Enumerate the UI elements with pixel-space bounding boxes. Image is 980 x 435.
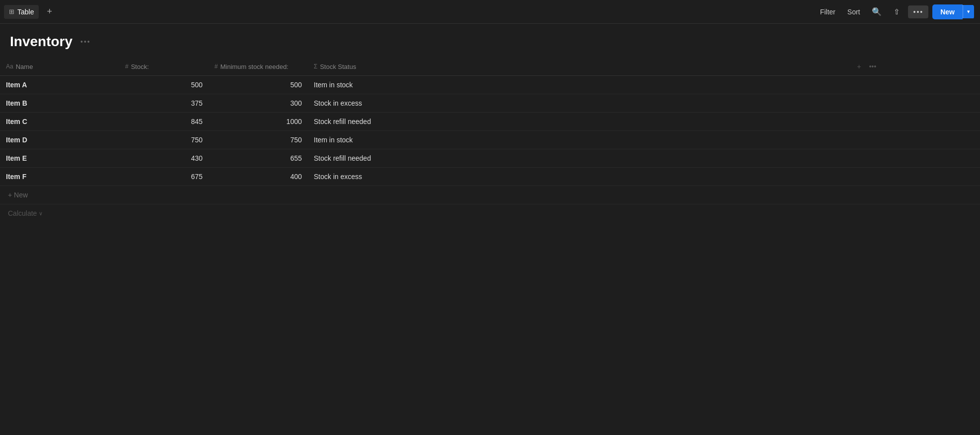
- new-button[interactable]: New: [932, 4, 963, 19]
- cell-name: Item C: [0, 113, 119, 131]
- filter-button[interactable]: Filter: [816, 5, 840, 18]
- cell-empty: [848, 76, 980, 94]
- calculate-label: Calculate: [8, 209, 37, 217]
- stock-type-icon: #: [125, 63, 129, 70]
- table-row[interactable]: Item A500500Item in stock: [0, 76, 980, 94]
- col-name-label: Name: [16, 63, 33, 70]
- add-row-button[interactable]: + New: [0, 186, 980, 204]
- col-header-stock[interactable]: # Stock:: [119, 58, 209, 76]
- cell-name: Item D: [0, 131, 119, 149]
- top-bar-right: Filter Sort 🔍 ⇧ ••• New ▾: [816, 4, 974, 19]
- cell-min-stock: 500: [209, 76, 308, 94]
- table-row[interactable]: Item B375300Stock in excess: [0, 94, 980, 113]
- page-title-row: Inventory •••: [10, 34, 970, 50]
- cell-status: Stock in excess: [308, 94, 848, 113]
- sort-label: Sort: [847, 8, 860, 16]
- cell-stock: 500: [119, 76, 209, 94]
- table-header-row: Aa Name # Stock: # Minimum stock needed:: [0, 58, 980, 76]
- top-bar-left: ⊞ Table +: [4, 4, 56, 19]
- cell-status: Item in stock: [308, 131, 848, 149]
- filter-label: Filter: [820, 8, 836, 16]
- page-header: Inventory •••: [0, 24, 980, 54]
- column-more-button[interactable]: •••: [866, 62, 879, 71]
- table-icon: ⊞: [9, 8, 14, 15]
- new-button-group: New ▾: [932, 4, 974, 19]
- cell-status: Stock in excess: [308, 168, 848, 186]
- new-dropdown-button[interactable]: ▾: [963, 5, 974, 18]
- cell-stock: 375: [119, 94, 209, 113]
- col-stock-label: Stock:: [131, 63, 149, 70]
- table-row[interactable]: Item C8451000Stock refill needed: [0, 113, 980, 131]
- table-tab[interactable]: ⊞ Table: [4, 5, 39, 19]
- top-bar: ⊞ Table + Filter Sort 🔍 ⇧ ••• New ▾: [0, 0, 980, 24]
- table-row[interactable]: Item F675400Stock in excess: [0, 168, 980, 186]
- inventory-table: Aa Name # Stock: # Minimum stock needed:: [0, 58, 980, 186]
- col-min-stock-label: Minimum stock needed:: [220, 63, 288, 70]
- cell-name: Item E: [0, 149, 119, 168]
- cell-min-stock: 300: [209, 94, 308, 113]
- cell-min-stock: 400: [209, 168, 308, 186]
- name-type-icon: Aa: [6, 63, 13, 70]
- table-tab-label: Table: [17, 8, 34, 16]
- cell-name: Item F: [0, 168, 119, 186]
- title-more-button[interactable]: •••: [77, 36, 94, 48]
- more-options-button[interactable]: •••: [908, 5, 928, 18]
- min-stock-type-icon: #: [214, 63, 218, 70]
- add-column-button[interactable]: +: [854, 62, 863, 71]
- cell-stock: 845: [119, 113, 209, 131]
- cell-empty: [848, 149, 980, 168]
- col-status-label: Stock Status: [320, 63, 356, 70]
- col-header-status[interactable]: Σ Stock Status: [308, 58, 848, 76]
- share-icon: ⇧: [894, 7, 900, 16]
- cell-empty: [848, 113, 980, 131]
- col-header-actions: + •••: [848, 58, 980, 76]
- table-body: Item A500500Item in stockItem B375300Sto…: [0, 76, 980, 186]
- search-button[interactable]: 🔍: [868, 4, 886, 19]
- cell-min-stock: 1000: [209, 113, 308, 131]
- cell-stock: 750: [119, 131, 209, 149]
- sort-button[interactable]: Sort: [843, 5, 864, 18]
- calculate-chevron-icon: ∨: [39, 210, 43, 217]
- status-type-icon: Σ: [314, 63, 317, 70]
- cell-empty: [848, 94, 980, 113]
- table-row[interactable]: Item D750750Item in stock: [0, 131, 980, 149]
- cell-status: Stock refill needed: [308, 149, 848, 168]
- cell-name: Item B: [0, 94, 119, 113]
- cell-status: Stock refill needed: [308, 113, 848, 131]
- page-title: Inventory: [10, 34, 72, 50]
- add-row-label: + New: [8, 191, 28, 199]
- cell-status: Item in stock: [308, 76, 848, 94]
- cell-stock: 675: [119, 168, 209, 186]
- share-button[interactable]: ⇧: [890, 5, 904, 19]
- add-tab-button[interactable]: +: [43, 4, 56, 19]
- cell-min-stock: 655: [209, 149, 308, 168]
- cell-empty: [848, 168, 980, 186]
- cell-name: Item A: [0, 76, 119, 94]
- calculate-row[interactable]: Calculate ∨: [0, 204, 980, 222]
- cell-empty: [848, 131, 980, 149]
- col-header-name[interactable]: Aa Name: [0, 58, 119, 76]
- cell-stock: 430: [119, 149, 209, 168]
- cell-min-stock: 750: [209, 131, 308, 149]
- table-row[interactable]: Item E430655Stock refill needed: [0, 149, 980, 168]
- table-container: Aa Name # Stock: # Minimum stock needed:: [0, 58, 980, 222]
- search-icon: 🔍: [872, 7, 882, 16]
- col-header-min-stock[interactable]: # Minimum stock needed:: [209, 58, 308, 76]
